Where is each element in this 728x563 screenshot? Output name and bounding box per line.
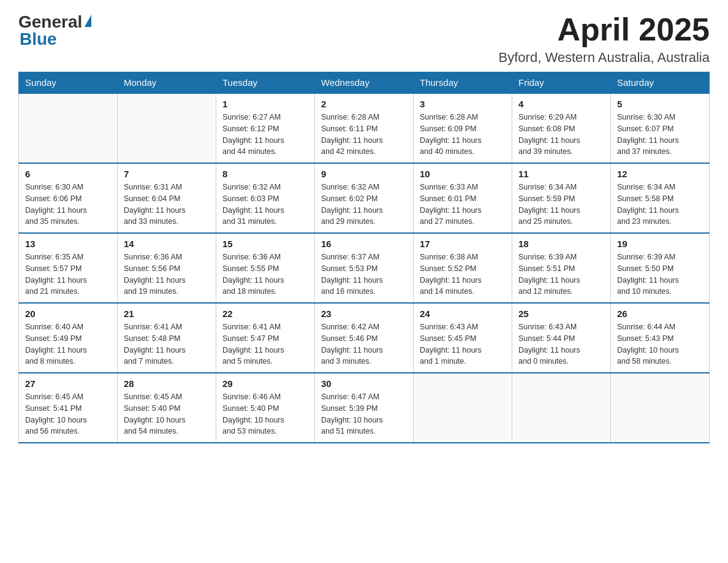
- calendar-cell: 1Sunrise: 6:27 AMSunset: 6:12 PMDaylight…: [216, 93, 315, 163]
- calendar-cell: 7Sunrise: 6:31 AMSunset: 6:04 PMDaylight…: [118, 163, 216, 233]
- day-info: Sunrise: 6:27 AMSunset: 6:12 PMDaylight:…: [222, 112, 308, 158]
- day-number: 12: [617, 169, 703, 179]
- calendar-cell: 27Sunrise: 6:45 AMSunset: 5:41 PMDayligh…: [19, 373, 118, 443]
- day-info: Sunrise: 6:30 AMSunset: 6:06 PMDaylight:…: [25, 182, 111, 228]
- day-info: Sunrise: 6:42 AMSunset: 5:46 PMDaylight:…: [321, 321, 407, 367]
- calendar-day-header: Monday: [118, 72, 216, 94]
- calendar-cell: 12Sunrise: 6:34 AMSunset: 5:58 PMDayligh…: [611, 163, 710, 233]
- day-number: 5: [617, 99, 703, 109]
- day-number: 15: [222, 239, 308, 249]
- calendar-cell: 16Sunrise: 6:37 AMSunset: 5:53 PMDayligh…: [315, 233, 414, 303]
- calendar-cell: 23Sunrise: 6:42 AMSunset: 5:46 PMDayligh…: [315, 303, 414, 373]
- day-info: Sunrise: 6:44 AMSunset: 5:43 PMDaylight:…: [617, 321, 703, 367]
- day-number: 6: [25, 169, 111, 179]
- day-number: 16: [321, 239, 407, 249]
- day-number: 13: [25, 239, 111, 249]
- day-number: 7: [124, 169, 210, 179]
- day-number: 17: [420, 239, 506, 249]
- calendar-cell: 14Sunrise: 6:36 AMSunset: 5:56 PMDayligh…: [118, 233, 216, 303]
- calendar-table: SundayMondayTuesdayWednesdayThursdayFrid…: [18, 72, 710, 443]
- day-number: 3: [420, 99, 506, 109]
- calendar-cell: 2Sunrise: 6:28 AMSunset: 6:11 PMDaylight…: [315, 93, 414, 163]
- day-info: Sunrise: 6:36 AMSunset: 5:56 PMDaylight:…: [124, 251, 210, 297]
- calendar-cell: 25Sunrise: 6:43 AMSunset: 5:44 PMDayligh…: [512, 303, 611, 373]
- calendar-cell: 4Sunrise: 6:29 AMSunset: 6:08 PMDaylight…: [512, 93, 611, 163]
- day-number: 18: [518, 239, 604, 249]
- day-number: 8: [222, 169, 308, 179]
- title-section: April 2025 Byford, Western Australia, Au…: [499, 12, 710, 66]
- day-info: Sunrise: 6:31 AMSunset: 6:04 PMDaylight:…: [124, 182, 210, 228]
- day-info: Sunrise: 6:41 AMSunset: 5:47 PMDaylight:…: [222, 321, 308, 367]
- day-number: 4: [518, 99, 604, 109]
- day-number: 2: [321, 99, 407, 109]
- day-number: 27: [25, 378, 111, 389]
- calendar-cell: 10Sunrise: 6:33 AMSunset: 6:01 PMDayligh…: [414, 163, 512, 233]
- calendar-week-row: 20Sunrise: 6:40 AMSunset: 5:49 PMDayligh…: [19, 303, 710, 373]
- calendar-header-row: SundayMondayTuesdayWednesdayThursdayFrid…: [19, 72, 710, 94]
- calendar-cell: 26Sunrise: 6:44 AMSunset: 5:43 PMDayligh…: [611, 303, 710, 373]
- calendar-cell: 30Sunrise: 6:47 AMSunset: 5:39 PMDayligh…: [315, 373, 414, 443]
- day-info: Sunrise: 6:45 AMSunset: 5:40 PMDaylight:…: [124, 391, 210, 437]
- calendar-cell: 29Sunrise: 6:46 AMSunset: 5:40 PMDayligh…: [216, 373, 315, 443]
- calendar-cell: 15Sunrise: 6:36 AMSunset: 5:55 PMDayligh…: [216, 233, 315, 303]
- day-info: Sunrise: 6:39 AMSunset: 5:51 PMDaylight:…: [518, 251, 604, 297]
- day-number: 22: [222, 308, 308, 319]
- calendar-cell: 22Sunrise: 6:41 AMSunset: 5:47 PMDayligh…: [216, 303, 315, 373]
- day-number: 1: [222, 99, 308, 109]
- calendar-cell: 28Sunrise: 6:45 AMSunset: 5:40 PMDayligh…: [118, 373, 216, 443]
- day-info: Sunrise: 6:46 AMSunset: 5:40 PMDaylight:…: [222, 391, 308, 437]
- calendar-day-header: Saturday: [611, 72, 710, 94]
- calendar-cell: 21Sunrise: 6:41 AMSunset: 5:48 PMDayligh…: [118, 303, 216, 373]
- day-number: 14: [124, 239, 210, 249]
- day-number: 24: [420, 308, 506, 319]
- calendar-day-header: Wednesday: [315, 72, 414, 94]
- day-number: 29: [222, 378, 308, 389]
- day-info: Sunrise: 6:45 AMSunset: 5:41 PMDaylight:…: [25, 391, 111, 437]
- calendar-cell: [414, 373, 512, 443]
- day-info: Sunrise: 6:40 AMSunset: 5:49 PMDaylight:…: [25, 321, 111, 367]
- calendar-day-header: Friday: [512, 72, 611, 94]
- day-info: Sunrise: 6:34 AMSunset: 5:59 PMDaylight:…: [518, 182, 604, 228]
- day-info: Sunrise: 6:35 AMSunset: 5:57 PMDaylight:…: [25, 251, 111, 297]
- calendar-week-row: 1Sunrise: 6:27 AMSunset: 6:12 PMDaylight…: [19, 93, 710, 163]
- calendar-cell: 17Sunrise: 6:38 AMSunset: 5:52 PMDayligh…: [414, 233, 512, 303]
- day-number: 30: [321, 378, 407, 389]
- day-number: 20: [25, 308, 111, 319]
- calendar-cell: 13Sunrise: 6:35 AMSunset: 5:57 PMDayligh…: [19, 233, 118, 303]
- logo-blue-text: Blue: [20, 29, 57, 49]
- day-info: Sunrise: 6:37 AMSunset: 5:53 PMDaylight:…: [321, 251, 407, 297]
- calendar-cell: 6Sunrise: 6:30 AMSunset: 6:06 PMDaylight…: [19, 163, 118, 233]
- calendar-day-header: Sunday: [19, 72, 118, 94]
- calendar-cell: 8Sunrise: 6:32 AMSunset: 6:03 PMDaylight…: [216, 163, 315, 233]
- day-info: Sunrise: 6:34 AMSunset: 5:58 PMDaylight:…: [617, 182, 703, 228]
- month-title: April 2025: [499, 12, 710, 47]
- day-info: Sunrise: 6:32 AMSunset: 6:03 PMDaylight:…: [222, 182, 308, 228]
- calendar-day-header: Thursday: [414, 72, 512, 94]
- calendar-cell: 24Sunrise: 6:43 AMSunset: 5:45 PMDayligh…: [414, 303, 512, 373]
- calendar-week-row: 6Sunrise: 6:30 AMSunset: 6:06 PMDaylight…: [19, 163, 710, 233]
- day-info: Sunrise: 6:29 AMSunset: 6:08 PMDaylight:…: [518, 112, 604, 158]
- day-number: 19: [617, 239, 703, 249]
- calendar-week-row: 13Sunrise: 6:35 AMSunset: 5:57 PMDayligh…: [19, 233, 710, 303]
- calendar-cell: [512, 373, 611, 443]
- day-number: 11: [518, 169, 604, 179]
- day-info: Sunrise: 6:30 AMSunset: 6:07 PMDaylight:…: [617, 112, 703, 158]
- calendar-cell: 5Sunrise: 6:30 AMSunset: 6:07 PMDaylight…: [611, 93, 710, 163]
- logo-triangle-icon: [85, 15, 91, 27]
- day-info: Sunrise: 6:28 AMSunset: 6:09 PMDaylight:…: [420, 112, 506, 158]
- day-number: 9: [321, 169, 407, 179]
- day-number: 26: [617, 308, 703, 319]
- day-number: 28: [124, 378, 210, 389]
- day-info: Sunrise: 6:47 AMSunset: 5:39 PMDaylight:…: [321, 391, 407, 437]
- day-info: Sunrise: 6:28 AMSunset: 6:11 PMDaylight:…: [321, 112, 407, 158]
- logo: General Blue: [18, 12, 91, 49]
- day-number: 25: [518, 308, 604, 319]
- day-info: Sunrise: 6:36 AMSunset: 5:55 PMDaylight:…: [222, 251, 308, 297]
- calendar-cell: 19Sunrise: 6:39 AMSunset: 5:50 PMDayligh…: [611, 233, 710, 303]
- calendar-cell: [118, 93, 216, 163]
- calendar-cell: [611, 373, 710, 443]
- calendar-cell: 18Sunrise: 6:39 AMSunset: 5:51 PMDayligh…: [512, 233, 611, 303]
- calendar-cell: 20Sunrise: 6:40 AMSunset: 5:49 PMDayligh…: [19, 303, 118, 373]
- day-number: 23: [321, 308, 407, 319]
- day-info: Sunrise: 6:38 AMSunset: 5:52 PMDaylight:…: [420, 251, 506, 297]
